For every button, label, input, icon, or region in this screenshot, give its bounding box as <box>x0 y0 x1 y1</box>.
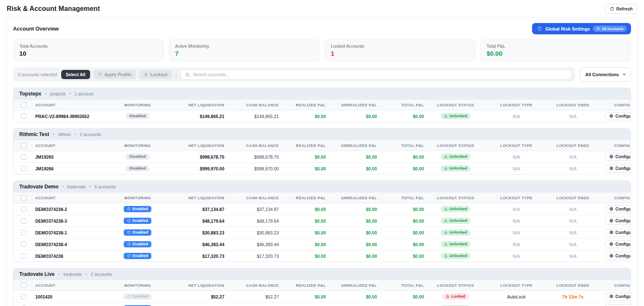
lockout-ends-value: N/A <box>549 227 597 239</box>
gear-icon: ⚙ <box>609 166 613 171</box>
lockout-type-value: N/A <box>484 215 549 227</box>
account-name: DEMO374238 <box>32 250 110 262</box>
configure-button[interactable]: ⚙Configure <box>605 165 631 172</box>
configure-button[interactable]: ⚙Configure <box>605 112 631 120</box>
row-checkbox[interactable] <box>21 242 26 247</box>
select-all-button[interactable]: Select All <box>61 70 90 79</box>
realized-pnl-value: $0.00 <box>282 163 329 175</box>
configure-button[interactable]: ⚙Configure <box>605 229 631 237</box>
col-cash-balance: CASH BALANCE <box>228 140 282 151</box>
col-unrealized-pnl: UNREALIZED P&L <box>329 280 380 291</box>
col-lockout-type: LOCKOUT TYPE <box>484 100 549 111</box>
separator-dot: • <box>53 132 54 136</box>
unrealized-pnl-value: $0.00 <box>329 215 380 227</box>
row-checkbox[interactable] <box>21 154 26 159</box>
cash-balance-value: $149,865.21 <box>228 111 282 122</box>
configure-button[interactable]: ⚙Configure <box>605 304 631 306</box>
row-checkbox[interactable] <box>21 113 26 119</box>
monitoring-badge-enabled[interactable]: Enabled <box>124 218 151 224</box>
cash-balance-value: $30,883.23 <box>228 227 282 239</box>
account-row: DEMO374238-1 Enabled $30,883.23 $30,883.… <box>13 227 631 239</box>
col-lockout-type: LOCKOUT TYPE <box>484 140 549 151</box>
col-realized-pnl: REALIZED P&L <box>282 140 329 151</box>
col-lockout-status: LOCKOUT STATUS <box>427 193 484 203</box>
col-total-pnl: TOTAL P&L <box>380 193 427 203</box>
lockout-ends-value: N/A <box>549 239 597 250</box>
separator-dot: • <box>69 92 70 96</box>
col-config: CONFIG <box>597 100 631 111</box>
row-checkbox[interactable] <box>21 294 26 299</box>
unrealized-pnl-value: $0.00 <box>329 303 380 306</box>
group-select-all-checkbox[interactable] <box>21 102 26 108</box>
col-account: ACCOUNT <box>32 140 110 151</box>
row-checkbox[interactable] <box>21 230 26 235</box>
search-input[interactable] <box>193 70 567 79</box>
lock-icon <box>446 295 449 298</box>
global-risk-settings-button[interactable]: Global Risk Settings All Accounts <box>532 23 631 34</box>
lockout-status-cell: Unlocked <box>427 151 484 163</box>
configure-button[interactable]: ⚙Configure <box>605 240 631 248</box>
connections-filter-select[interactable]: All Connections <box>580 67 631 82</box>
lockout-ends-value: N/A <box>549 203 597 215</box>
monitoring-badge-disabled: Disabled <box>126 154 149 160</box>
lockout-ends-value: N/A <box>549 163 597 175</box>
stat-active-monitoring: Active Monitoring 7 <box>169 39 320 62</box>
col-cash-balance: CASH BALANCE <box>228 280 282 291</box>
total-pnl-value: $0.00 <box>380 163 427 175</box>
account-group-2: Tradovate Demo • tradovate • 5 accounts … <box>13 180 631 262</box>
lockout-type-value: N/A <box>484 250 549 262</box>
lockout-type-value: N/A <box>484 227 549 239</box>
group-select-all-checkbox[interactable] <box>21 283 26 288</box>
realized-pnl-value: $0.00 <box>282 250 329 262</box>
group-select-all-checkbox[interactable] <box>21 143 26 148</box>
unlock-icon <box>444 242 448 246</box>
gear-icon: ⚙ <box>609 114 613 118</box>
account-group-3: Tradovate Live • tradovate • 2 accounts … <box>13 268 631 306</box>
monitoring-badge-disabled: Disabled <box>126 113 149 119</box>
configure-button[interactable]: ⚙Configure <box>605 153 631 161</box>
stat-value: 10 <box>19 50 158 57</box>
realized-pnl-value: $0.00 <box>282 227 329 239</box>
net-liquidation-value: $998,678.75 <box>165 151 228 163</box>
bulk-actions-toolbar: 0 accounts selected Select All Apply Pro… <box>13 67 631 82</box>
lockout-type-value: N/A <box>484 239 549 250</box>
col-net-liquidation: NET LIQUIDATION <box>165 140 228 151</box>
net-liquidation-value: $999,970.00 <box>165 163 228 175</box>
net-liquidation-value: $46,383.44 <box>165 239 228 250</box>
realized-pnl-value: $0.00 <box>282 111 329 122</box>
monitoring-badge-enabled[interactable]: Enabled <box>124 206 151 212</box>
monitoring-badge-enabled[interactable]: Enabled <box>124 253 151 259</box>
row-checkbox[interactable] <box>21 253 26 259</box>
group-select-all-checkbox[interactable] <box>21 195 26 201</box>
separator-dot: • <box>58 272 60 276</box>
account-name: JM19266 <box>32 163 110 175</box>
cash-balance-value: $0.00 <box>228 303 282 306</box>
lockout-ends-value: N/A <box>549 250 597 262</box>
stat-total-pnl: Total P&L $0.00 <box>480 39 631 62</box>
lockout-type-value: N/A <box>484 151 549 163</box>
apply-profile-button[interactable]: Apply Profile <box>93 70 136 79</box>
account-row: 1373183 Enabled $0.00 $0.00 $0.00 $0.00 … <box>13 303 631 306</box>
net-liquidation-value: $30,883.23 <box>165 227 228 239</box>
configure-button[interactable]: ⚙Configure <box>605 293 631 301</box>
row-checkbox[interactable] <box>21 218 26 224</box>
refresh-button[interactable]: Refresh <box>605 4 637 14</box>
group-provider: tradovate <box>63 272 82 277</box>
configure-button[interactable]: ⚙Configure <box>605 217 631 225</box>
total-pnl-value: $0.00 <box>380 151 427 163</box>
realized-pnl-value: $0.00 <box>282 215 329 227</box>
row-checkbox[interactable] <box>21 206 26 212</box>
realized-pnl-value: $0.00 <box>282 303 329 306</box>
configure-button[interactable]: ⚙Configure <box>605 252 631 260</box>
lockout-status-unlocked: Unlocked <box>441 165 471 172</box>
monitoring-badge-enabled[interactable]: Enabled <box>124 241 151 247</box>
row-checkbox[interactable] <box>21 166 26 171</box>
monitoring-badge-enabled[interactable]: Enabled <box>124 229 151 236</box>
configure-button[interactable]: ⚙Configure <box>605 205 631 213</box>
col-lockout-type: LOCKOUT TYPE <box>484 193 549 203</box>
lockout-status-cell: Unlocked <box>427 215 484 227</box>
separator-dot: • <box>86 272 87 276</box>
unrealized-pnl-value: $0.00 <box>329 203 380 215</box>
lockout-button[interactable]: Lockout <box>139 70 172 79</box>
unlock-icon <box>444 114 448 118</box>
